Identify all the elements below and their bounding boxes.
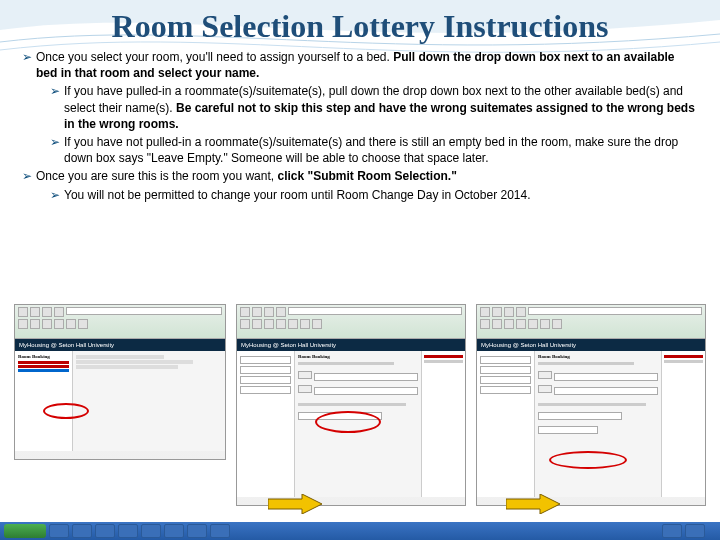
bullet-1a: ➢If you have pulled-in a roommate(s)/sui… (50, 83, 698, 132)
taskbar-item[interactable] (95, 524, 115, 538)
svg-marker-1 (506, 494, 560, 514)
taskbar-item[interactable] (49, 524, 69, 538)
instruction-body: ➢Once you select your room, you'll need … (0, 49, 720, 203)
browser-chrome (477, 305, 705, 339)
app-banner: MyHousing @ Seton Hall University (237, 339, 465, 351)
taskbar-item[interactable] (210, 524, 230, 538)
bullet-2-text: Once you are sure this is the room you w… (36, 169, 277, 183)
bullet-1-text: Once you select your room, you'll need t… (36, 50, 393, 64)
arrow-annotation (506, 494, 560, 514)
bullet-1b: ➢If you have not pulled-in a roommate(s)… (50, 134, 698, 166)
bullet-2a: ➢You will not be permitted to change you… (50, 187, 698, 203)
bullet-1: ➢Once you select your room, you'll need … (22, 49, 698, 81)
bullet-2-bold: click "Submit Room Selection." (277, 169, 456, 183)
tray-item[interactable] (662, 524, 682, 538)
screenshot-2: MyHousing @ Seton Hall University Room B… (236, 304, 466, 506)
sidebar (477, 351, 535, 497)
taskbar-item[interactable] (72, 524, 92, 538)
main-pane: Room Booking (535, 351, 661, 497)
highlight-circle (315, 411, 381, 433)
app-banner: MyHousing @ Seton Hall University (15, 339, 225, 351)
pane-heading: Room Booking (538, 354, 658, 359)
taskbar-item[interactable] (118, 524, 138, 538)
bullet-2a-text: You will not be permitted to change your… (64, 188, 531, 202)
highlight-circle (43, 403, 89, 419)
screenshot-1: MyHousing @ Seton Hall University Room B… (14, 304, 226, 460)
screenshot-row: MyHousing @ Seton Hall University Room B… (0, 286, 720, 516)
browser-chrome (237, 305, 465, 339)
sidebar-heading: Room Booking (18, 354, 69, 359)
sidebar (237, 351, 295, 497)
sidebar: Room Booking (15, 351, 73, 451)
page-title: Room Selection Lottery Instructions (0, 0, 720, 49)
highlight-circle (549, 451, 627, 469)
windows-taskbar (0, 522, 720, 540)
app-banner: MyHousing @ Seton Hall University (477, 339, 705, 351)
taskbar-item[interactable] (141, 524, 161, 538)
arrow-annotation (268, 494, 322, 514)
screenshot-3: MyHousing @ Seton Hall University Room B… (476, 304, 706, 506)
taskbar-item[interactable] (187, 524, 207, 538)
pane-heading: Room Booking (298, 354, 418, 359)
svg-marker-0 (268, 494, 322, 514)
taskbar-item[interactable] (164, 524, 184, 538)
tray-item[interactable] (685, 524, 705, 538)
browser-chrome (15, 305, 225, 339)
start-button[interactable] (4, 524, 46, 538)
bullet-1b-text: If you have not pulled-in a roommate(s)/… (64, 135, 678, 165)
bullet-2: ➢Once you are sure this is the room you … (22, 168, 698, 184)
main-pane (73, 351, 225, 451)
